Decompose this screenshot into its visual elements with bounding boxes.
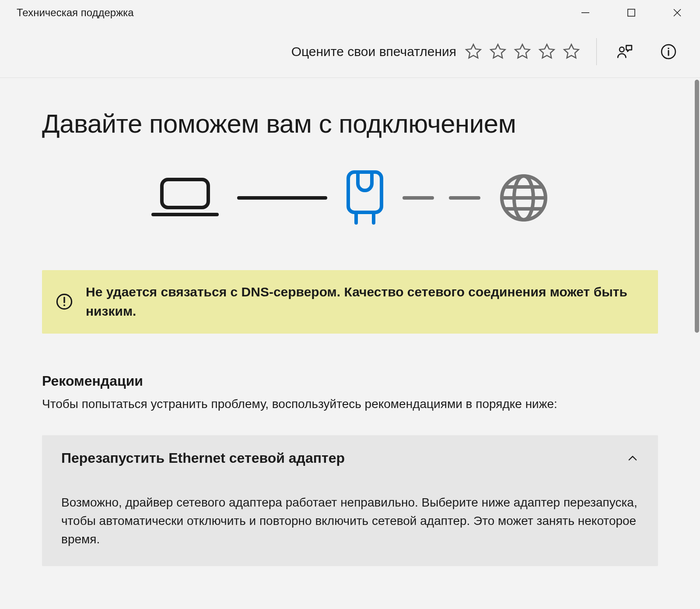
star-icon	[464, 42, 483, 61]
content-wrapper: Давайте поможем вам с подключением	[0, 78, 700, 566]
laptop-icon	[150, 176, 220, 220]
star-icon	[489, 42, 507, 61]
rating-star-4[interactable]	[538, 42, 556, 61]
vertical-scrollbar[interactable]	[694, 80, 700, 607]
recommendations-heading: Рекомендации	[42, 373, 658, 389]
window-controls	[562, 0, 700, 25]
main-content: Давайте поможем вам с подключением	[0, 78, 700, 609]
info-button[interactable]	[658, 41, 679, 62]
dash-line-icon	[402, 196, 434, 200]
svg-point-18	[63, 304, 65, 306]
star-icon	[538, 42, 556, 61]
info-icon	[660, 43, 677, 60]
minimize-button[interactable]	[562, 0, 608, 25]
maximize-icon	[627, 8, 636, 17]
segment-laptop-router	[237, 196, 327, 200]
rating-stars	[464, 42, 581, 61]
warning-banner: Не удается связаться с DNS-сервером. Кач…	[42, 270, 658, 334]
router-node	[345, 169, 385, 226]
titlebar: Техническая поддержка	[0, 0, 700, 25]
svg-point-6	[668, 47, 669, 49]
expander-header[interactable]: Перезапустить Ethernet сетевой адаптер	[42, 435, 658, 481]
rating-star-2[interactable]	[489, 42, 507, 61]
warning-message: Не удается связаться с DNS-сервером. Кач…	[86, 282, 642, 320]
warning-icon	[55, 292, 74, 311]
laptop-node	[150, 176, 220, 220]
toolbar-divider	[596, 38, 597, 65]
segment-router-internet	[402, 196, 480, 200]
router-icon	[345, 169, 385, 226]
rating-label: Оцените свои впечатления	[291, 44, 456, 59]
svg-rect-8	[162, 180, 208, 208]
solid-line-icon	[237, 196, 327, 200]
svg-rect-1	[628, 9, 635, 16]
expander-title: Перезапустить Ethernet сетевой адаптер	[61, 450, 345, 466]
scrollbar-thumb[interactable]	[695, 80, 699, 333]
maximize-button[interactable]	[608, 0, 654, 25]
close-icon	[673, 8, 682, 17]
star-icon	[513, 42, 532, 61]
dash-line-icon	[449, 196, 480, 200]
rating-star-1[interactable]	[464, 42, 483, 61]
page-title: Давайте поможем вам с подключением	[42, 109, 658, 139]
rating-star-3[interactable]	[513, 42, 532, 61]
feedback-button[interactable]	[614, 41, 635, 62]
star-icon	[562, 42, 581, 61]
minimize-icon	[581, 8, 590, 17]
internet-node	[498, 172, 550, 224]
person-feedback-icon	[616, 43, 634, 60]
chevron-up-icon	[626, 452, 639, 465]
svg-point-4	[620, 47, 624, 52]
rating-star-5[interactable]	[562, 42, 581, 61]
expander-body: Возможно, драйвер сетевого адаптера рабо…	[42, 481, 658, 566]
globe-icon	[498, 172, 550, 224]
window-title: Техническая поддержка	[17, 7, 134, 19]
network-diagram	[42, 169, 658, 226]
rating-bar: Оцените свои впечатления	[0, 25, 700, 78]
expander-restart-adapter: Перезапустить Ethernet сетевой адаптер В…	[42, 435, 658, 566]
recommendations-subtext: Чтобы попытаться устранить проблему, вос…	[42, 395, 658, 412]
close-button[interactable]	[654, 0, 700, 25]
